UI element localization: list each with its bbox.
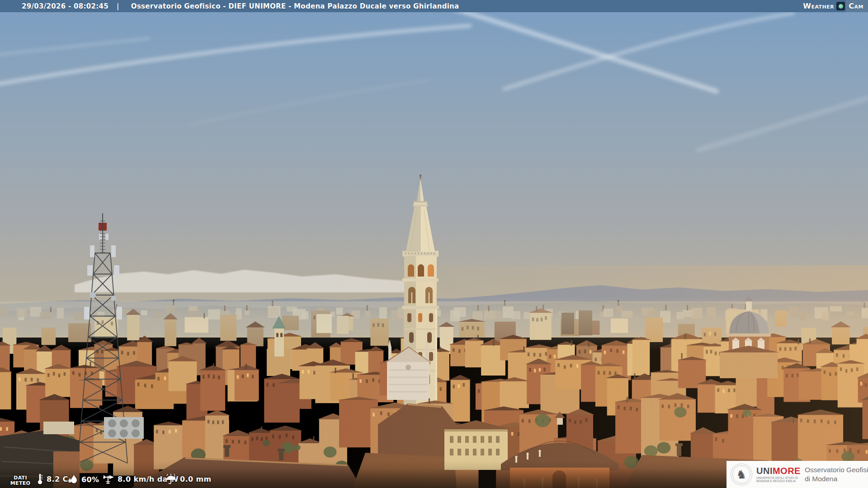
rain-umbrella-icon (165, 474, 176, 485)
separator: | (117, 2, 119, 10)
webcam-view: 29/03/2026 - 08:02:45 | Osservatorio Geo… (0, 0, 868, 488)
weathercam-cam-label: Cam (846, 0, 868, 12)
unimore-seal-icon: ♞ (731, 464, 752, 485)
weathercam-weather-label: Weather (803, 2, 834, 10)
thermometer-icon (37, 473, 43, 485)
observatory-name: Osservatorio Geofisico di Modena (805, 465, 868, 483)
dati-meteo-label: DATI METEO (10, 475, 31, 486)
weathercam-logo: Weather Cam (803, 0, 868, 12)
humidity-drops-icon (68, 474, 78, 485)
unimore-subtitle: UNIVERSITÀ DEGLI STUDI DI MODENA E REGGI… (756, 476, 801, 483)
humidity-readout: 60% (68, 474, 99, 485)
wind-vane-icon (102, 474, 114, 485)
temperature-readout: 8.2 C (37, 473, 68, 485)
precipitation-readout: 0.0 mm (165, 474, 212, 485)
weathercam-dot-icon (836, 2, 845, 10)
unimore-wordmark: UNIMORE UNIVERSITÀ DEGLI STUDI DI MODENA… (756, 466, 801, 483)
unimore-branding: ♞ UNIMORE UNIVERSITÀ DEGLI STUDI DI MODE… (726, 461, 868, 488)
camera-title: Osservatorio Geofisico - DIEF UNIMORE - … (131, 2, 459, 10)
city-panorama (0, 12, 868, 488)
datetime-text: 29/03/2026 - 08:02:45 (22, 2, 108, 10)
top-bar: 29/03/2026 - 08:02:45 | Osservatorio Geo… (0, 0, 868, 12)
